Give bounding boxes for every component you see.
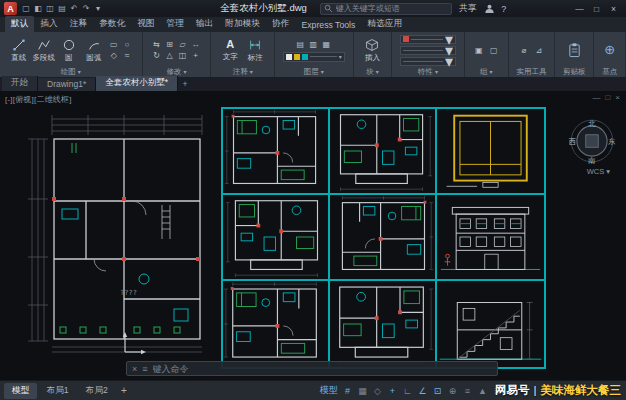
floor-plan-cell-1[interactable] [223,109,330,195]
annotation-visibility-icon[interactable]: ▲ [476,384,489,398]
layer-tool-icon[interactable]: ▤ [294,39,306,50]
drawing-canvas[interactable]: [-][俯视][二维线框] — □ × [0,91,626,380]
modify-tool-icon[interactable]: ⊞ [163,39,175,50]
utilities-panel-label[interactable]: 实用工具 [512,66,552,77]
circle-tool-button[interactable]: 圆 [58,38,80,63]
close-button[interactable]: × [605,0,622,17]
floor-plan-cell-5[interactable] [223,281,330,367]
compass-south-label[interactable]: 南 [587,156,595,165]
properties-panel-label[interactable]: 特性▾ [395,66,461,77]
layers-panel-label[interactable]: 图层▾ [278,66,350,77]
add-layout-button[interactable]: + [117,385,131,396]
clipboard-panel-label[interactable]: 剪贴板 [558,66,590,77]
account-icon[interactable] [484,3,495,14]
command-customize-icon[interactable]: ≡ [142,364,147,374]
ribbon-tab[interactable]: 附加模块 [219,16,266,32]
compass-west-label[interactable]: 西 [569,137,577,146]
print-icon[interactable]: ▤ [56,2,68,15]
help-button[interactable]: ? [498,4,510,14]
layer-tool-icon[interactable]: ▥ [307,39,319,50]
modify-tool-icon[interactable]: ↻ [150,50,162,61]
paste-icon[interactable] [567,42,582,58]
lineweight-icon[interactable]: ≡ [461,384,474,398]
grid-display-icon[interactable]: # [341,384,354,398]
polyline-tool-button[interactable]: 多段线 [33,38,55,63]
ribbon-tab[interactable]: 插入 [34,16,63,32]
save-icon[interactable]: ◫ [44,2,56,15]
line-tool-button[interactable]: 直线 [8,38,30,63]
roof-plan-cell[interactable] [437,109,544,195]
open-file-icon[interactable]: ◧ [32,2,44,15]
undo-icon[interactable]: ↶ [68,2,80,15]
annotate-panel-label[interactable]: 注释▾ [214,66,271,77]
viewport-controls-label[interactable]: [-][俯视][二维线框] [5,94,72,105]
groups-panel-label[interactable]: 组▾ [468,66,505,77]
arc-tool-button[interactable]: 圆弧 [83,38,105,63]
viewport-minimize-icon[interactable]: — [592,93,600,102]
layer-tool-icon[interactable]: ▦ [320,39,332,50]
command-line[interactable]: × ≡ [126,361,498,376]
ribbon-tab[interactable]: Express Tools [295,18,361,32]
file-tab[interactable]: 全套农村小别墅* [96,76,178,91]
quick-access-dropdown-icon[interactable]: ▾ [92,2,104,15]
layer-dropdown[interactable]: ▾ [283,52,345,62]
compass-east-label[interactable]: 东 [607,137,615,146]
ribbon-tab[interactable]: 参数化 [93,16,131,32]
new-drawing-tab-button[interactable]: + [178,78,192,91]
side-elevation-cell[interactable] [437,281,544,367]
compass-north-label[interactable]: 北 [588,119,596,128]
draw-tool-icon[interactable]: ≈ [121,50,133,61]
share-button[interactable]: 共享 [455,2,481,15]
ribbon-tab[interactable]: 精选应用 [361,16,408,32]
object-snap-icon[interactable]: ⊡ [431,384,444,398]
modify-tool-icon[interactable]: △ [163,50,175,61]
floor-plan-cell-2[interactable] [330,109,437,195]
polar-tracking-icon[interactable]: ∠ [416,384,429,398]
ucs-dropdown[interactable]: WCS▾ [587,167,610,176]
ribbon-tab[interactable]: 输出 [190,16,219,32]
basepoint-panel-label[interactable]: 基点 [597,66,622,77]
search-input[interactable] [336,4,448,13]
site-plan-drawing[interactable]: ???? [24,109,220,357]
insert-block-button[interactable]: 插入 [361,38,383,63]
viewport-close-icon[interactable]: × [615,93,620,102]
floor-plan-cell-6[interactable] [330,281,437,367]
snap-mode-icon[interactable]: ▦ [356,384,369,398]
modify-tool-icon[interactable]: + [189,50,201,61]
draw-tool-icon[interactable]: ○ [121,39,133,50]
file-tab[interactable]: 开始 [2,76,38,91]
block-panel-label[interactable]: 块▾ [357,66,389,77]
ribbon-tab[interactable]: 协作 [266,16,295,32]
measure-tool-icon[interactable]: ⊿ [533,45,545,56]
ribbon-tab[interactable]: 注释 [64,16,93,32]
snap-tracking-icon[interactable]: ⊕ [446,384,459,398]
ortho-mode-icon[interactable]: ∟ [401,384,414,398]
dimension-tool-button[interactable]: 标注 [244,38,266,63]
modify-tool-icon[interactable]: ▱ [176,39,188,50]
text-tool-button[interactable]: A 文字 [219,38,241,62]
command-input[interactable] [153,364,492,374]
viewport-restore-icon[interactable]: □ [605,93,610,102]
front-elevation-cell[interactable] [437,195,544,281]
restore-button[interactable]: □ [588,0,605,17]
layout-tab[interactable]: 模型 [4,383,37,399]
group-tool-icon[interactable]: ▣ [473,45,485,56]
dynamic-input-icon[interactable]: + [386,384,399,398]
modify-tool-icon[interactable]: ⇆ [150,39,162,50]
infer-constraints-icon[interactable]: ◇ [371,384,384,398]
command-close-icon[interactable]: × [132,364,137,374]
new-file-icon[interactable]: ▢ [20,2,32,15]
layout-tab[interactable]: 布局1 [38,383,76,399]
measure-tool-icon[interactable]: ⌀ [518,45,530,56]
redo-icon[interactable]: ↷ [80,2,92,15]
group-tool-icon[interactable]: ▢ [488,45,500,56]
floor-plan-cell-3[interactable] [223,195,330,281]
draw-tool-icon[interactable]: ◇ [108,50,120,61]
ribbon-tab[interactable]: 默认 [5,16,34,32]
minimize-button[interactable]: — [571,0,588,17]
ribbon-tab[interactable]: 管理 [161,16,190,32]
basepoint-icon[interactable]: ⊕ [604,43,615,57]
modify-tool-icon[interactable]: ↔ [189,39,201,50]
layout-tab[interactable]: 布局2 [78,383,116,399]
model-space-toggle[interactable]: 模型 [319,384,339,398]
